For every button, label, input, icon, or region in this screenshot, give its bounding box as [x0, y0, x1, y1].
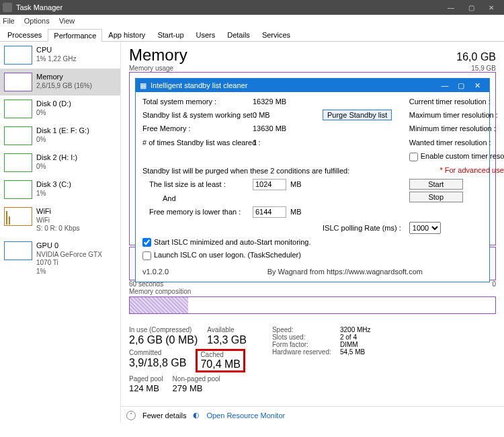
usage-label: Memory usage	[129, 65, 173, 72]
sidebar-item-memory[interactable]: Memory2,6/15,9 GB (16%)	[0, 69, 120, 95]
conditions-label: Standby list will be purged when these 2…	[142, 167, 407, 175]
working-value: 0 MB	[253, 111, 320, 119]
cached-highlight: Cached70,4 MB	[196, 349, 245, 372]
tabs: Processes Performance App history Start-…	[0, 27, 504, 42]
app-icon	[3, 3, 12, 12]
disk-thumb	[4, 153, 32, 172]
available-value: 13,3 GB	[207, 334, 247, 346]
memory-usage-graph: ▦ Intelligent standby list cleaner — ▢ ✕…	[129, 72, 496, 245]
maximize-button[interactable]: ▢	[461, 0, 481, 15]
slots-value: 2 of 4	[340, 333, 357, 341]
cur-timer-label: Current timer resolution :	[409, 97, 504, 106]
start-minimized-checkbox[interactable]: Start ISLC minimized and auto-Start moni…	[142, 238, 311, 246]
tab-startup[interactable]: Start-up	[151, 28, 190, 41]
launch-logon-checkbox[interactable]: Launch ISLC on user logon. (TaskSchedule…	[142, 251, 301, 259]
cached-value: 70,4 MB	[200, 358, 241, 370]
tab-services[interactable]: Services	[256, 28, 296, 41]
islc-close[interactable]: ✕	[469, 81, 485, 90]
page-title: Memory	[129, 46, 187, 65]
sidebar-item-disk2[interactable]: Disk 2 (H: I:)0%	[0, 149, 120, 176]
tab-apphistory[interactable]: App history	[102, 28, 151, 41]
islc-maximize[interactable]: ▢	[453, 81, 469, 90]
sidebar-item-cpu[interactable]: CPU1% 1,22 GHz	[0, 42, 120, 69]
polling-select[interactable]: 1000	[409, 222, 441, 234]
islc-titlebar[interactable]: ▦ Intelligent standby list cleaner — ▢ ✕	[136, 79, 489, 92]
resmon-icon: ◐	[193, 411, 200, 420]
stats-block: In use (Compressed)2,6 GB (0 MB) Availab…	[129, 326, 496, 393]
minimize-button[interactable]: —	[441, 0, 461, 15]
speed-value: 3200 MHz	[340, 326, 371, 333]
islc-minimize[interactable]: —	[437, 81, 453, 89]
paged-value: 124 MB	[129, 383, 163, 393]
memory-thumb	[4, 73, 32, 91]
islc-app-icon: ▦	[140, 81, 146, 90]
usage-max: 15,9 GB	[471, 65, 496, 72]
working-label: Standby list & system working set :	[142, 111, 250, 119]
wifi-thumb	[4, 207, 32, 226]
close-button[interactable]: ✕	[481, 0, 501, 15]
axis-right: 0	[492, 280, 496, 288]
menu-view[interactable]: View	[59, 17, 75, 25]
disk-thumb	[4, 100, 32, 118]
menubar: File Options View	[0, 15, 504, 27]
sidebar-item-disk1[interactable]: Disk 1 (E: F: G:)0%	[0, 122, 120, 149]
list-size-label: The list size is at least :	[142, 180, 250, 188]
open-resource-monitor-link[interactable]: Open Resource Monitor	[206, 411, 285, 420]
menu-file[interactable]: File	[3, 17, 15, 25]
menu-options[interactable]: Options	[24, 17, 50, 25]
comp-label: Memory composition	[129, 288, 191, 295]
cpu-thumb	[4, 46, 32, 65]
stop-button[interactable]: Stop	[409, 192, 463, 202]
total-mem-value: 16329 MB	[253, 97, 320, 106]
wanted-timer-label: Wanted timer resolution :	[409, 138, 504, 147]
islc-window: ▦ Intelligent standby list cleaner — ▢ ✕…	[135, 78, 490, 282]
memory-composition-bar	[129, 296, 496, 314]
start-button[interactable]: Start	[409, 179, 463, 190]
sidebar-item-disk3[interactable]: Disk 3 (C:)1%	[0, 176, 120, 203]
advanced-warning: * For advanced users ONLY !	[409, 166, 504, 174]
free-mem-value: 13630 MB	[253, 124, 320, 132]
min-timer-label: Minimum timer resolution :	[409, 124, 504, 132]
max-timer-label: Maximum timer resolution :	[409, 111, 504, 119]
and-label: And	[142, 194, 250, 202]
chevron-up-icon[interactable]: ˄	[126, 411, 136, 420]
polling-label: ISLC polling Rate (ms) :	[323, 224, 407, 232]
footer-bar: ˄ Fewer details ◐ Open Resource Monitor	[121, 406, 504, 424]
sidebar-item-wifi[interactable]: WiFiWiFiS: 0 R: 0 Kbps	[0, 203, 120, 237]
free-lower-input[interactable]	[253, 206, 286, 218]
form-value: DIMM	[340, 341, 358, 348]
total-mem-label: Total system memory :	[142, 97, 250, 106]
version-label: v1.0.2.0	[142, 268, 169, 276]
tab-processes[interactable]: Processes	[1, 28, 48, 41]
byline: By Wagnard from https://www.wagnardsoft.…	[169, 268, 504, 276]
tab-performance[interactable]: Performance	[48, 29, 102, 42]
free-mem-label: Free Memory :	[142, 124, 250, 132]
tab-users[interactable]: Users	[190, 28, 222, 41]
islc-title-text: Intelligent standby list cleaner	[151, 81, 247, 89]
gpu-thumb	[4, 241, 32, 260]
disk-thumb	[4, 180, 32, 199]
sidebar-item-gpu[interactable]: GPU 0NVIDIA GeForce GTX 1070 Ti1%	[0, 237, 120, 280]
titlebar: Task Manager — ▢ ✕	[0, 0, 504, 15]
window-title: Task Manager	[16, 3, 62, 11]
list-size-input[interactable]	[253, 179, 286, 190]
tab-details[interactable]: Details	[221, 28, 256, 41]
nonpaged-value: 279 MB	[173, 383, 220, 393]
sidebar: CPU1% 1,22 GHz Memory2,6/15,9 GB (16%) D…	[0, 42, 121, 424]
disk-thumb	[4, 126, 32, 145]
main-panel: Memory16,0 GB Memory usage15,9 GB ▦ Inte…	[121, 42, 504, 424]
free-lower-label: Free memory is lower than :	[142, 208, 250, 216]
cleared-label: # of times Standby list was cleared :	[142, 138, 250, 147]
fewer-details-link[interactable]: Fewer details	[142, 411, 186, 420]
capacity: 16,0 GB	[456, 51, 496, 63]
hw-reserved-value: 54,5 MB	[340, 348, 365, 356]
inuse-value: 2,6 GB (0 MB)	[129, 334, 198, 346]
enable-custom-checkbox[interactable]: Enable custom timer resolution *	[409, 152, 504, 160]
committed-value: 3,9/18,8 GB	[129, 357, 186, 369]
sidebar-item-disk0[interactable]: Disk 0 (D:)0%	[0, 95, 120, 122]
purge-button[interactable]: Purge Standby list	[323, 110, 392, 120]
cleared-value: 1	[253, 138, 320, 147]
